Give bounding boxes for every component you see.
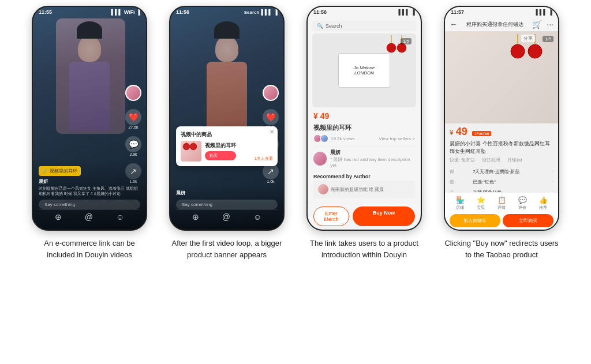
video-overlay-2: 晨妍 Say something ⊕ @ ☺ bbox=[170, 184, 283, 230]
status-icons-3: ▌▌▌ ▐ bbox=[398, 9, 415, 15]
username-1: 晨妍 bbox=[39, 178, 140, 185]
detail-label-options-4: 选 bbox=[450, 179, 473, 185]
popup-viewers-2: 1名人在看 bbox=[255, 156, 273, 162]
price-row-4: ¥ 49 1Fanfan bbox=[445, 123, 558, 139]
share-btn-4[interactable]: 分享 bbox=[521, 35, 535, 42]
time-3: 11:56 bbox=[313, 9, 327, 15]
nav-store-4[interactable]: 🏪 店铺 bbox=[456, 196, 465, 211]
at-icon-2[interactable]: @ bbox=[222, 212, 230, 222]
taobao-meta-4: 快递: 兔寄达 浙江杭州 月销68 bbox=[445, 156, 558, 164]
views-text-3: 19.3k views bbox=[331, 136, 355, 141]
chevron-guarantee-4: › bbox=[552, 168, 553, 175]
popup-info-2: 视频里的耳环 购买 bbox=[205, 142, 236, 160]
home-icon-1[interactable]: ⊕ bbox=[55, 212, 62, 222]
emoji-icon-1[interactable]: ☺ bbox=[116, 212, 124, 222]
taobao-image-4: Jo MaloneLONDON 1/5 分享 bbox=[445, 31, 558, 123]
phone2: 11:56 Search ▌▌▌ ▐ ❤️ 27.6k bbox=[169, 6, 285, 231]
nav-item-4[interactable]: ⭐ 宝贝 bbox=[477, 196, 485, 211]
wifi-icon-1: WiFi bbox=[124, 9, 135, 15]
search-bar-3[interactable]: 🔍 Search bbox=[312, 21, 416, 31]
comment-placeholder-2: Say something bbox=[182, 202, 212, 207]
phone2-bg: 11:56 Search ▌▌▌ ▐ ❤️ 27.6k bbox=[170, 7, 283, 230]
home-icon-2[interactable]: ⊕ bbox=[192, 212, 199, 222]
detail-row-options-4[interactable]: 选 已选:"红色" › bbox=[450, 177, 553, 187]
comment-count-1: 2.9k bbox=[129, 152, 137, 156]
product-info-3: ¥ 49 视频里的耳环 19.3k views View top sellers… bbox=[308, 107, 421, 202]
comment-bar-2[interactable]: Say something bbox=[176, 200, 278, 209]
taobao-header-4: ← 程序购买通报拿任何铺达 🛒 ··· bbox=[445, 17, 558, 31]
image-counter-3: 1/5 bbox=[401, 38, 412, 44]
like-circle-1: ❤️ bbox=[125, 109, 141, 125]
taobao-bottom-4: 🏪 店铺 ⭐ 宝贝 📋 详情 💬 评价 bbox=[445, 192, 558, 230]
signal-4: ▌▌▌ bbox=[536, 9, 547, 15]
currency-4: ¥ bbox=[450, 129, 454, 137]
nav-detail-4[interactable]: 📋 详情 bbox=[498, 196, 506, 211]
phone-column-2: 11:56 Search ▌▌▌ ▐ ❤️ 27.6k bbox=[160, 6, 293, 260]
caption-1: An e-commerce link can be included in Do… bbox=[32, 238, 147, 260]
cart-icon-1: 🛒 bbox=[42, 168, 48, 174]
product-title-3: 视频里的耳环 bbox=[313, 123, 415, 132]
comment-placeholder-1: Say something bbox=[44, 202, 75, 207]
search-icon-3: 🔍 bbox=[317, 23, 323, 29]
phone4: 11:57 ▌▌▌ ▐ ← 程序购买通报拿任何铺达 🛒 ··· bbox=[444, 6, 559, 231]
main-container: 11:55 ▌▌▌ WiFi ▐ ❤️ 27.6k bbox=[6, 6, 585, 260]
buy-now-btn-4[interactable]: 立即购买 bbox=[503, 214, 553, 227]
phone3-bg: 11:56 ▌▌▌ ▐ 🔍 Search Jo MaloneLONDON bbox=[308, 7, 421, 230]
caption-3: The link takes users to a product introd… bbox=[306, 238, 422, 260]
status-icons-1: ▌▌▌ WiFi ▐ bbox=[111, 9, 140, 15]
popup-product-name-2: 视频里的耳环 bbox=[205, 142, 236, 149]
svg-point-11 bbox=[528, 44, 542, 58]
svg-point-7 bbox=[397, 43, 406, 52]
like-item-1[interactable]: ❤️ 27.6k bbox=[125, 109, 141, 129]
avatar-item-1[interactable] bbox=[125, 85, 141, 102]
product-tag-1[interactable]: 🛒 视频里的耳环 bbox=[39, 166, 81, 176]
rec-avatar-3 bbox=[318, 184, 328, 194]
chevron-options-4: › bbox=[552, 179, 553, 185]
phone3: 11:56 ▌▌▌ ▐ 🔍 Search Jo MaloneLONDON bbox=[306, 6, 422, 231]
comment-item-1[interactable]: 💬 2.9k bbox=[125, 136, 141, 156]
phone-column-3: 11:56 ▌▌▌ ▐ 🔍 Search Jo MaloneLONDON bbox=[298, 6, 431, 260]
add-cart-btn-4[interactable]: 加入购物车 bbox=[450, 214, 500, 227]
time-4: 11:57 bbox=[451, 9, 464, 15]
action-btns-4: 加入购物车 立即购买 bbox=[450, 214, 553, 227]
time-2: 11:56 bbox=[176, 9, 189, 15]
detail-row-guarantee-4: 保 7天无理由·运费险·新品 › bbox=[450, 167, 553, 177]
author-desc-3: " 晨妍 has not add any item description ye… bbox=[330, 156, 415, 168]
popup-close-2[interactable]: ✕ bbox=[270, 129, 274, 135]
nav-store-label-4: 店铺 bbox=[456, 205, 464, 211]
video-overlay-1: 🛒 视频里的耳环 晨妍 时刻提醒自己是一个风兜狂女 主角风、流着张三 就想想相机… bbox=[33, 159, 146, 230]
avatar-item-2[interactable] bbox=[263, 85, 279, 102]
enter-merch-btn-3[interactable]: Enter Merch bbox=[313, 207, 349, 226]
svg-point-9 bbox=[511, 44, 525, 58]
more-icon-4[interactable]: ··· bbox=[547, 20, 553, 29]
item-icon-4: ⭐ bbox=[477, 196, 485, 204]
back-icon-4[interactable]: ← bbox=[450, 20, 458, 29]
cart-icon-4[interactable]: 🛒 bbox=[532, 20, 542, 29]
emoji-icon-2[interactable]: ☺ bbox=[253, 212, 261, 222]
price-value-3: ¥ 49 bbox=[313, 111, 329, 121]
popup-buy-btn-2[interactable]: 购买 bbox=[205, 151, 236, 160]
phone1-bg: 11:55 ▌▌▌ WiFi ▐ ❤️ 27.6k bbox=[33, 7, 146, 230]
nav-review-4[interactable]: 💬 评价 bbox=[518, 196, 527, 211]
svg-point-0 bbox=[183, 143, 190, 150]
bottom-nav-4: 🏪 店铺 ⭐ 宝贝 📋 详情 💬 评价 bbox=[450, 195, 553, 212]
nav-review-label-4: 评价 bbox=[518, 205, 526, 211]
nav-item-label-4: 宝贝 bbox=[477, 205, 485, 211]
avatar-2 bbox=[263, 85, 279, 101]
delivery-4: 快递: 兔寄达 bbox=[450, 157, 475, 163]
battery-4: ▐ bbox=[549, 9, 552, 15]
like-count-1: 27.6k bbox=[128, 125, 138, 129]
buy-now-btn-3[interactable]: Buy Now bbox=[353, 207, 415, 226]
detail-icon-4: 📋 bbox=[498, 196, 506, 204]
recommend-text-3: 湖南新的超级功能 维 露晨 bbox=[331, 186, 384, 193]
share-item-2[interactable]: ↗ 1.6k bbox=[263, 163, 279, 183]
signal-icon-1: ▌▌▌ bbox=[111, 9, 122, 15]
caption-2: After the first video loop, a bigger pro… bbox=[169, 238, 285, 260]
detail-value-options-4: 已选:"红色" bbox=[473, 179, 552, 185]
comment-bar-1[interactable]: Say something bbox=[39, 200, 140, 209]
shop-tag-4: 1Fanfan bbox=[472, 131, 492, 136]
nav-recommend-4[interactable]: 👍 推荐 bbox=[539, 196, 548, 211]
video-caption-1: 时刻提醒自己是一个风兜狂女 主角风、流着张三 就想想相机对着我的 时候 我又拿了… bbox=[39, 186, 140, 196]
phone1: 11:55 ▌▌▌ WiFi ▐ ❤️ 27.6k bbox=[32, 6, 147, 231]
at-icon-1[interactable]: @ bbox=[85, 212, 93, 222]
